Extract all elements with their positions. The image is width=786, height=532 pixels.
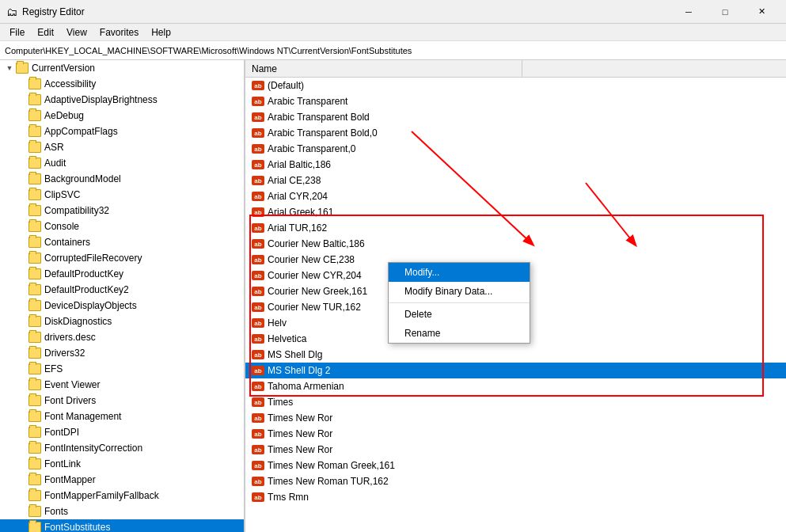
list-row[interactable]: abTimes New Roman TUR,162: [245, 473, 786, 489]
list-row[interactable]: abCourier New Baltic,186: [245, 236, 786, 252]
tree-expander-icon[interactable]: [16, 521, 28, 532]
context-menu-item[interactable]: Rename: [389, 324, 530, 343]
list-row[interactable]: abArabic Transparent: [245, 93, 786, 109]
tree-expander-icon[interactable]: ▼: [3, 62, 16, 74]
list-row[interactable]: abArabic Transparent Bold: [245, 109, 786, 125]
tree-expander-icon[interactable]: [16, 347, 28, 359]
list-row[interactable]: abMS Shell Dlg 2: [245, 363, 786, 378]
maximize-button[interactable]: □: [707, 0, 743, 24]
list-row[interactable]: abArial TUR,162: [245, 220, 786, 236]
name-column-header[interactable]: Name: [245, 60, 522, 77]
list-row[interactable]: abArabic Transparent Bold,0: [245, 125, 786, 141]
list-row[interactable]: abArial Greek,161: [245, 204, 786, 220]
tree-item-label: BackgroundModel: [44, 173, 121, 184]
tree-expander-icon[interactable]: [16, 141, 28, 154]
list-row[interactable]: abTms Rmn: [245, 489, 786, 505]
tree-expander-icon[interactable]: [16, 394, 28, 407]
tree-expander-icon[interactable]: [16, 442, 28, 454]
list-row[interactable]: abTimes New Ror: [245, 442, 786, 458]
minimize-button[interactable]: ─: [670, 0, 707, 24]
tree-expander-icon[interactable]: [16, 157, 28, 169]
menu-file[interactable]: File: [3, 25, 31, 40]
list-row[interactable]: abArial CE,238: [245, 173, 786, 188]
list-row[interactable]: abTimes: [245, 394, 786, 410]
tree-pane[interactable]: ▼CurrentVersionAccessibilityAdaptiveDisp…: [0, 60, 245, 532]
context-menu-item[interactable]: Modify Binary Data...: [389, 282, 530, 301]
tree-expander-icon[interactable]: [16, 268, 28, 280]
context-menu-item[interactable]: Delete: [389, 305, 530, 324]
tree-expander-icon[interactable]: [16, 252, 28, 264]
list-row[interactable]: abMS Shell Dlg: [245, 347, 786, 363]
tree-expander-icon[interactable]: [16, 426, 28, 439]
tree-item[interactable]: Event Viewer: [0, 377, 244, 393]
tree-item[interactable]: ASR: [0, 139, 244, 155]
list-row[interactable]: abTimes New Ror: [245, 410, 786, 426]
list-row[interactable]: abTimes New Roman Greek,161: [245, 458, 786, 473]
menu-view[interactable]: View: [60, 25, 93, 40]
tree-item[interactable]: DiskDiagnostics: [0, 314, 244, 329]
tree-item[interactable]: drivers.desc: [0, 329, 244, 345]
list-row[interactable]: ab(Default): [245, 78, 786, 93]
tree-item[interactable]: ClipSVC: [0, 187, 244, 203]
list-row[interactable]: abArial CYR,204: [245, 188, 786, 204]
menu-edit[interactable]: Edit: [31, 25, 60, 40]
tree-expander-icon[interactable]: [16, 315, 28, 328]
tree-item[interactable]: CorruptedFileRecovery: [0, 250, 244, 266]
tree-item[interactable]: BackgroundModel: [0, 171, 244, 187]
tree-item[interactable]: DefaultProductKey2: [0, 282, 244, 298]
list-row[interactable]: abTahoma Armenian: [245, 378, 786, 394]
list-row[interactable]: abArial Baltic,186: [245, 157, 786, 173]
tree-expander-icon[interactable]: [16, 173, 28, 185]
tree-item[interactable]: FontMapperFamilyFallback: [0, 488, 244, 504]
tree-item[interactable]: Compatibility32: [0, 203, 244, 218]
tree-expander-icon[interactable]: [16, 93, 28, 106]
close-button[interactable]: ✕: [743, 0, 780, 24]
tree-item[interactable]: FontDPI: [0, 424, 244, 440]
tree-item-label: ASR: [44, 142, 64, 153]
tree-expander-icon[interactable]: [16, 236, 28, 249]
tree-expander-icon[interactable]: [16, 458, 28, 470]
list-row[interactable]: abArabic Transparent,0: [245, 141, 786, 157]
tree-expander-icon[interactable]: [16, 489, 28, 502]
tree-expander-icon[interactable]: [16, 125, 28, 138]
tree-item[interactable]: AeDebug: [0, 108, 244, 124]
tree-item[interactable]: Audit: [0, 155, 244, 171]
tree-expander-icon[interactable]: [16, 299, 28, 312]
tree-item[interactable]: AppCompatFlags: [0, 124, 244, 139]
tree-expander-icon[interactable]: [16, 331, 28, 344]
tree-item[interactable]: Console: [0, 218, 244, 234]
menu-help[interactable]: Help: [145, 25, 177, 40]
tree-item[interactable]: ▼CurrentVersion: [0, 60, 244, 76]
tree-item[interactable]: Drivers32: [0, 345, 244, 361]
tree-item[interactable]: Fonts: [0, 504, 244, 519]
tree-item[interactable]: FontSubstitutes: [0, 519, 244, 532]
right-pane[interactable]: Name ab(Default)abArabic TransparentabAr…: [245, 60, 786, 532]
tree-item[interactable]: FontMapper: [0, 472, 244, 488]
tree-expander-icon[interactable]: [16, 505, 28, 518]
tree-item[interactable]: FontLink: [0, 456, 244, 472]
tree-item[interactable]: DeviceDisplayObjects: [0, 298, 244, 314]
tree-item[interactable]: Accessibility: [0, 76, 244, 92]
list-row[interactable]: abTimes New Ror: [245, 426, 786, 442]
tree-expander-icon[interactable]: [16, 283, 28, 296]
entry-name: Arabic Transparent Bold: [268, 112, 370, 123]
tree-expander-icon[interactable]: [16, 78, 28, 90]
tree-expander-icon[interactable]: [16, 378, 28, 391]
tree-expander-icon[interactable]: [16, 220, 28, 233]
tree-expander-icon[interactable]: [16, 363, 28, 375]
tree-expander-icon[interactable]: [16, 188, 28, 201]
tree-expander-icon[interactable]: [16, 473, 28, 486]
tree-item[interactable]: AdaptiveDisplayBrightness: [0, 92, 244, 108]
tree-expander-icon[interactable]: [16, 204, 28, 217]
tree-item[interactable]: Font Drivers: [0, 393, 244, 408]
tree-item[interactable]: DefaultProductKey: [0, 266, 244, 282]
tree-item[interactable]: FontIntensityCorrection: [0, 440, 244, 456]
tree-expander-icon[interactable]: [16, 109, 28, 122]
tree-item[interactable]: Containers: [0, 234, 244, 250]
tree-expander-icon[interactable]: [16, 410, 28, 423]
tree-item-label: FontMapperFamilyFallback: [44, 490, 159, 501]
menu-favorites[interactable]: Favorites: [93, 25, 145, 40]
tree-item[interactable]: EFS: [0, 361, 244, 377]
context-menu-item[interactable]: Modify...: [389, 263, 530, 282]
tree-item[interactable]: Font Management: [0, 408, 244, 424]
